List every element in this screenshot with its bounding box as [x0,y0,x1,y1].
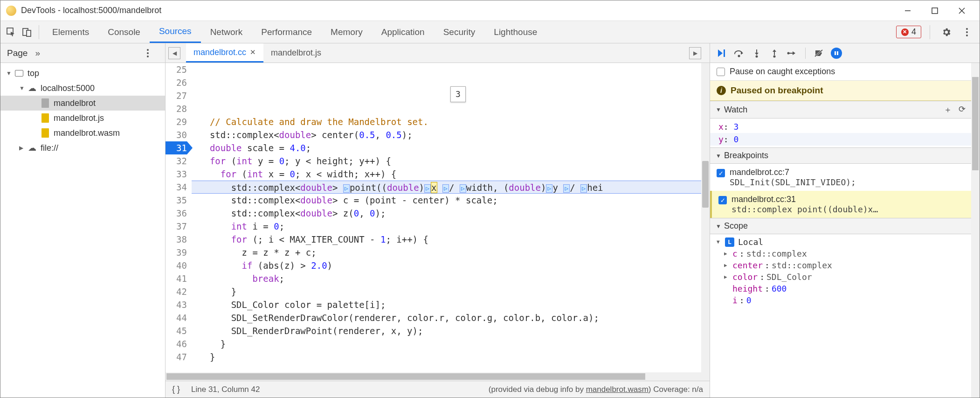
pause-indicator-icon[interactable] [831,48,842,59]
error-badge[interactable]: ✕ 4 [896,26,921,38]
file-tab-mandelbrot-cc[interactable]: mandelbrot.cc✕ [186,43,263,63]
scope-var-i[interactable]: i: 0 [710,294,971,306]
add-watch-button[interactable]: ＋ [944,104,952,115]
cursor-position: Line 31, Column 42 [191,385,260,394]
info-icon: i [717,86,726,95]
scope-var-center[interactable]: ▶center: std::complex [710,259,971,271]
tab-application[interactable]: Application [372,21,434,43]
code-line-40[interactable]: SDL_Color color = palette[i]; [192,298,701,311]
watch-row-x[interactable]: x: 3 [710,120,971,133]
tab-elements[interactable]: Elements [43,21,98,43]
tab-security[interactable]: Security [434,21,485,43]
minimize-button[interactable] [901,4,914,17]
pause-on-exceptions-row[interactable]: Pause on caught exceptions [710,63,971,81]
tree-item-mandelbrot-wasm[interactable]: mandelbrot.wasm [0,126,165,140]
watch-row-y[interactable]: y: 0 [710,133,971,146]
code-line-43[interactable]: } [192,337,701,350]
tree-item-top[interactable]: ▼top [0,66,165,81]
svg-point-7 [966,28,968,30]
step-out-button[interactable] [769,48,780,59]
code-line-41[interactable]: SDL_SetRenderDrawColor(renderer, color.r… [192,311,701,324]
watch-section-header[interactable]: ▼Watch ＋ ⟳ [710,101,971,119]
code-line-29[interactable]: for (int y = 0; y < height; y++) { [192,154,701,168]
svg-point-9 [966,35,968,36]
step-over-button[interactable] [733,48,745,59]
nav-back-button[interactable]: ◀ [168,47,180,59]
tree-item-file-[interactable]: ▶☁file:// [0,140,165,155]
code-line-28[interactable]: double scale = 4.0; [192,141,701,154]
tab-sources[interactable]: Sources [150,21,201,43]
breakpoint-mandelbrot-cc-31[interactable]: ✓mandelbrot.cc:31std::complex point((dou… [710,191,971,218]
svg-point-10 [147,49,149,51]
tab-performance[interactable]: Performance [252,21,321,43]
deactivate-breakpoints-button[interactable] [813,48,824,59]
resume-button[interactable] [716,48,727,59]
refresh-watch-button[interactable]: ⟳ [959,104,966,115]
file-tab-bar: ◀ mandelbrot.cc✕mandelbrot.js ▶ [166,43,710,63]
code-line-42[interactable]: SDL_RenderDrawPoint(renderer, x, y); [192,324,701,337]
more-icon[interactable] [959,24,975,40]
tree-item-mandelbrot-js[interactable]: mandelbrot.js [0,111,165,126]
svg-rect-1 [932,8,938,14]
file-tab-mandelbrot-js[interactable]: mandelbrot.js [263,43,329,63]
close-button[interactable] [955,4,968,17]
bp-checkbox[interactable]: ✓ [717,169,725,177]
status-bar: { } Line 31, Column 42 (provided via deb… [166,381,710,398]
close-tab-icon[interactable]: ✕ [250,48,256,56]
code-line-26[interactable]: // Calculate and draw the Mandelbrot set… [192,115,701,128]
code-line-45[interactable] [192,363,701,372]
svg-rect-6 [27,30,31,36]
pause-checkbox[interactable] [717,68,725,76]
main-toolbar: ElementsConsoleSourcesNetworkPerformance… [0,21,980,43]
code-line-33[interactable]: std::complex<double> z(0, 0); [192,207,701,220]
maximize-button[interactable] [928,4,941,17]
tab-lighthouse[interactable]: Lighthouse [484,21,546,43]
code-line-25[interactable] [192,102,701,115]
bp-checkbox[interactable]: ✓ [718,196,727,204]
navigator-overflow[interactable]: » [35,48,40,58]
code-line-36[interactable]: z = z * z + c; [192,246,701,259]
code-line-44[interactable]: } [192,350,701,363]
tree-item-localhost-5000[interactable]: ▼☁localhost:5000 [0,81,165,96]
device-icon[interactable] [19,24,35,40]
folder-icon [14,69,24,78]
cloud-icon: ☁ [28,84,37,93]
code-line-31[interactable]: std::complex<double> ▷point((double)▷x ▷… [192,181,701,194]
code-editor[interactable]: 2526272829303132333435363738394041424344… [166,63,710,372]
tab-memory[interactable]: Memory [321,21,372,43]
scope-section-header[interactable]: ▼Scope [710,218,971,234]
nav-fwd-button[interactable]: ▶ [689,47,701,59]
step-into-button[interactable] [751,48,762,59]
editor-h-scrollbar[interactable] [166,372,710,381]
code-line-27[interactable]: std::complex<double> center(0.5, 0.5); [192,128,701,141]
svg-rect-24 [837,51,838,55]
tab-network[interactable]: Network [201,21,252,43]
code-line-38[interactable]: break; [192,272,701,285]
scope-var-color[interactable]: ▶color: SDL_Color [710,271,971,283]
svg-point-14 [738,55,740,57]
wasm-link[interactable]: mandelbrot.wasm [586,385,649,394]
debugger-v-scrollbar[interactable] [971,63,980,398]
code-line-39[interactable]: } [192,285,701,298]
settings-icon[interactable] [939,24,954,40]
step-button[interactable] [787,48,798,59]
breakpoints-section-header[interactable]: ▼Breakpoints [710,147,971,164]
code-line-32[interactable]: std::complex<double> c = (point - center… [192,194,701,207]
pretty-print-button[interactable]: { } [172,384,180,394]
code-line-37[interactable]: if (abs(z) > 2.0) [192,259,701,272]
scope-var-height[interactable]: height: 600 [710,283,971,294]
file-js-icon [41,113,50,123]
code-line-35[interactable]: for (; i < MAX_ITER_COUNT - 1; i++) { [192,233,701,246]
svg-rect-23 [835,51,836,55]
navigator-more-icon[interactable] [146,49,159,58]
scope-local-root[interactable]: ▼LLocal [710,236,971,248]
tab-console[interactable]: Console [98,21,150,43]
code-line-34[interactable]: int i = 0; [192,220,701,233]
inspect-icon[interactable] [3,24,19,40]
scope-var-c[interactable]: ▶c: std::complex [710,248,971,259]
window-title: DevTools - localhost:5000/mandelbrot [21,6,161,15]
editor-v-scrollbar[interactable] [701,63,710,372]
tree-item-mandelbrot[interactable]: mandelbrot [0,96,165,111]
code-line-30[interactable]: for (int x = 0; x < width; x++) { [192,168,701,181]
breakpoint-mandelbrot-cc-7[interactable]: ✓mandelbrot.cc:7SDL_Init(SDL_INIT_VIDEO)… [710,164,971,191]
